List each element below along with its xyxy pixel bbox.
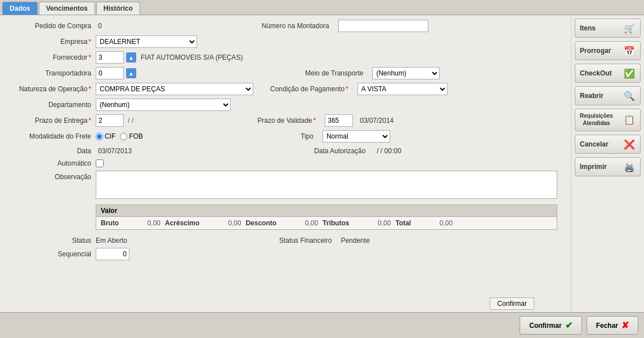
confirmar-label: Confirmar xyxy=(529,322,561,330)
tab-vencimentos[interactable]: Vencimentos xyxy=(39,2,95,15)
label-meio-transporte: Meio de Transporte xyxy=(305,69,368,77)
label-status: Status xyxy=(6,237,96,244)
natureza-select[interactable]: COMPRA DE PEÇAS xyxy=(96,83,253,95)
btn-cancelar[interactable]: Cancelar ❌ xyxy=(575,135,641,154)
label-data: Data xyxy=(6,147,96,155)
radio-fob[interactable] xyxy=(120,133,127,140)
valor-row: Bruto 0,00 Acréscimo 0,00 Desconto 0,00 xyxy=(96,217,557,229)
transportadora-group: ▲ xyxy=(96,67,136,79)
fechar-label: Fechar xyxy=(596,322,618,330)
valor-total-item: Total 0,00 xyxy=(395,219,453,227)
btn-requisicoes-label: RequisiçõesAtendidas xyxy=(580,112,613,127)
tab-dados[interactable]: Dados xyxy=(2,2,38,15)
label-sequencial: Sequencial xyxy=(6,250,96,258)
departamento-select[interactable]: (Nenhum) xyxy=(96,99,231,111)
tabs-bar: Dados Vencimentos Histórico xyxy=(0,0,644,15)
valor-acrescimo-label: Acréscimo xyxy=(165,219,199,227)
sequencial-input[interactable] xyxy=(96,248,129,260)
numero-montadora-input[interactable] xyxy=(338,20,428,32)
btn-imprimir-label: Imprimir xyxy=(580,163,607,171)
btn-prorrogar[interactable]: Prorrogar 📅 xyxy=(575,41,641,60)
meio-transporte-select[interactable]: (Nenhum) xyxy=(372,67,440,79)
label-automatico: Automático xyxy=(6,159,96,167)
btn-itens[interactable]: Itens 🛒 xyxy=(575,19,641,38)
confirmar-tooltip: Confirmar xyxy=(490,297,534,310)
fornecedor-id-input[interactable] xyxy=(96,51,124,64)
btn-reabrir[interactable]: Reabrir 🔍 xyxy=(575,86,641,105)
valor-desconto-value: 0,00 xyxy=(279,219,318,227)
automatico-checkbox[interactable] xyxy=(96,159,104,167)
status-financeiro-value: Pendente xyxy=(341,237,369,244)
valor-bruto-label: Bruto xyxy=(101,219,119,227)
valor-section: Valor Bruto 0,00 Acréscimo 0,00 Desconto xyxy=(96,204,557,230)
valor-tributos-label: Tributos xyxy=(323,219,349,227)
btn-itens-label: Itens xyxy=(580,24,596,32)
row-data: Data 03/07/2013 Data Autorização / / 00:… xyxy=(6,146,565,156)
data-value: 03/07/2013 xyxy=(96,146,134,156)
requisicoes-icon: 📋 xyxy=(623,113,636,126)
row-departamento: Departamento (Nenhum) xyxy=(6,99,565,111)
valor-bruto-item: Bruto 0,00 xyxy=(101,219,160,227)
confirmar-button[interactable]: Confirmar ✔ xyxy=(520,316,582,335)
valor-acrescimo-item: Acréscimo 0,00 xyxy=(165,219,241,227)
btn-prorrogar-label: Prorrogar xyxy=(580,47,611,55)
fob-text: FOB xyxy=(129,132,143,140)
label-prazo-validade: Prazo de Validade* xyxy=(257,117,320,124)
label-observacao: Observação xyxy=(6,171,96,181)
prazo-validade-days-input[interactable] xyxy=(325,114,353,127)
valor-section-row: Valor Bruto 0,00 Acréscimo 0,00 Desconto xyxy=(6,202,565,233)
tab-historico[interactable]: Histórico xyxy=(96,2,140,15)
prorrogar-icon: 📅 xyxy=(623,45,636,57)
status-value: Em Aberto xyxy=(96,237,127,244)
fechar-button[interactable]: Fechar ✘ xyxy=(587,316,638,335)
row-observacao: Observação xyxy=(6,171,565,199)
label-modalidade-frete: Modalidade do Frete xyxy=(6,132,96,140)
valor-header: Valor xyxy=(96,205,557,217)
prazo-entrega-input[interactable] xyxy=(96,114,124,127)
row-automatico: Automático xyxy=(6,159,565,167)
label-prazo-entrega: Prazo de Entrega* xyxy=(6,117,96,124)
valor-tributos-item: Tributos 0,00 xyxy=(323,219,391,227)
radio-cif-label[interactable]: CIF xyxy=(96,132,115,140)
confirmar-check-icon: ✔ xyxy=(565,320,573,331)
row-natureza: Natureza de Operação* COMPRA DE PEÇAS Co… xyxy=(6,83,565,95)
label-pedido-compra: Pedido de Compra xyxy=(6,22,96,30)
transportadora-id-input[interactable] xyxy=(96,67,124,79)
btn-requisicoes[interactable]: RequisiçõesAtendidas 📋 xyxy=(575,109,641,131)
valor-acrescimo-value: 0,00 xyxy=(202,219,241,227)
label-fornecedor: Fornecedor* xyxy=(6,54,96,61)
main-container: Dados Vencimentos Histórico Pedido de Co… xyxy=(0,0,644,338)
itens-icon: 🛒 xyxy=(623,22,636,34)
fornecedor-lookup-btn[interactable]: ▲ xyxy=(126,52,136,63)
imprimir-icon: 🖨️ xyxy=(623,161,636,173)
empresa-select[interactable]: DEALERNET xyxy=(96,35,197,48)
btn-checkout[interactable]: CheckOut ✅ xyxy=(575,64,641,83)
row-status: Status Em Aberto Status Financeiro Pende… xyxy=(6,237,565,244)
tipo-select[interactable]: Normal Urgente xyxy=(323,130,390,143)
radio-cif[interactable] xyxy=(96,133,103,140)
prazo-entrega-group: / / xyxy=(96,114,133,127)
btn-imprimir[interactable]: Imprimir 🖨️ xyxy=(575,157,641,176)
label-departamento: Departamento xyxy=(6,101,96,109)
label-natureza: Natureza de Operação* xyxy=(6,85,96,93)
row-sequencial: Sequencial xyxy=(6,248,565,260)
btn-cancelar-label: Cancelar xyxy=(580,140,609,148)
cif-text: CIF xyxy=(105,132,115,140)
row-empresa: Empresa* DEALERNET xyxy=(6,35,565,48)
condicao-pagamento-select[interactable]: A VISTA xyxy=(357,83,448,95)
fornecedor-name: FIAT AUTOMOVEIS S/A (PEÇAS) xyxy=(138,52,245,63)
label-transportadora: Transportadora xyxy=(6,69,96,77)
modalidade-radio-group: CIF FOB xyxy=(96,132,143,140)
fechar-x-icon: ✘ xyxy=(621,320,629,331)
label-status-financeiro: Status Financeiro xyxy=(279,237,336,244)
valor-total-label: Total xyxy=(395,219,411,227)
valor-tributos-value: 0,00 xyxy=(351,219,391,227)
transportadora-lookup-btn[interactable]: ▲ xyxy=(126,68,136,78)
reabrir-icon: 🔍 xyxy=(623,90,636,102)
prazo-validade-date: 03/07/2014 xyxy=(357,115,396,126)
data-autorizacao-value: / / 00:00 xyxy=(374,146,403,156)
radio-fob-label[interactable]: FOB xyxy=(120,132,143,140)
label-condicao-pagamento: Condição de Pagamento* xyxy=(270,85,353,93)
observacao-textarea[interactable] xyxy=(96,171,557,199)
content-area: Pedido de Compra 0 Número na Montadora E… xyxy=(0,15,644,312)
